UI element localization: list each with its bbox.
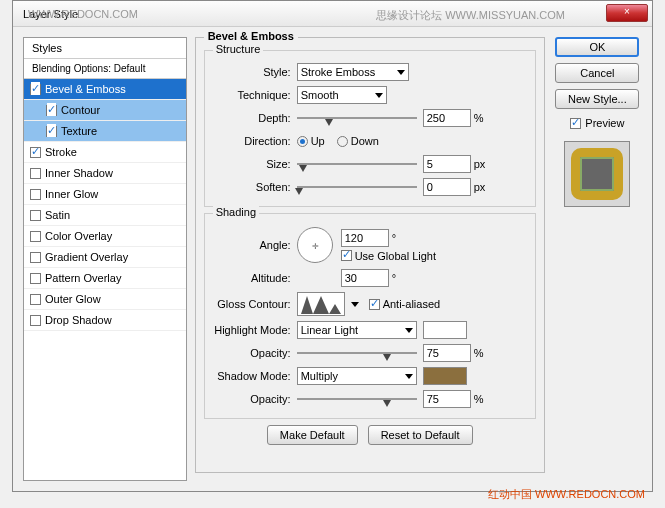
style-checkbox[interactable]: [30, 252, 41, 263]
style-item-gradient-overlay[interactable]: Gradient Overlay: [24, 247, 186, 268]
highlight-color-swatch[interactable]: [423, 321, 467, 339]
style-item-label: Inner Shadow: [45, 167, 113, 179]
style-item-pattern-overlay[interactable]: Pattern Overlay: [24, 268, 186, 289]
highlight-opacity-label: Opacity:: [211, 347, 297, 359]
style-item-label: Satin: [45, 209, 70, 221]
altitude-input[interactable]: 30: [341, 269, 389, 287]
ok-button[interactable]: OK: [555, 37, 639, 57]
style-checkbox[interactable]: [30, 273, 41, 284]
shadow-mode-combo[interactable]: Multiply: [297, 367, 417, 385]
style-checkbox[interactable]: [46, 126, 57, 137]
angle-input[interactable]: 120: [341, 229, 389, 247]
style-checkbox[interactable]: [30, 168, 41, 179]
style-label: Style:: [211, 66, 297, 78]
preview-checkbox[interactable]: [570, 118, 581, 129]
structure-legend: Structure: [213, 43, 264, 55]
watermark-bottom: 红动中国 WWW.REDOCN.COM: [488, 487, 645, 502]
soften-label: Soften:: [211, 181, 297, 193]
watermark-top-right: 思缘设计论坛 WWW.MISSYUAN.COM: [376, 8, 565, 23]
style-item-label: Texture: [61, 125, 97, 137]
chevron-down-icon: [405, 328, 413, 333]
blending-options[interactable]: Blending Options: Default: [24, 59, 186, 79]
style-item-contour[interactable]: Contour: [24, 100, 186, 121]
shadow-color-swatch[interactable]: [423, 367, 467, 385]
style-checkbox[interactable]: [30, 84, 41, 95]
direction-up-radio[interactable]: [297, 136, 308, 147]
style-item-bevel-emboss[interactable]: Bevel & Emboss: [24, 79, 186, 100]
styles-header[interactable]: Styles: [24, 38, 186, 59]
style-item-label: Inner Glow: [45, 188, 98, 200]
new-style-button[interactable]: New Style...: [555, 89, 639, 109]
size-input[interactable]: 5: [423, 155, 471, 173]
size-label: Size:: [211, 158, 297, 170]
altitude-label: Altitude:: [211, 272, 297, 284]
style-checkbox[interactable]: [30, 210, 41, 221]
shading-legend: Shading: [213, 206, 259, 218]
direction-down-radio[interactable]: [337, 136, 348, 147]
style-item-satin[interactable]: Satin: [24, 205, 186, 226]
shadow-opacity-slider[interactable]: [297, 392, 417, 406]
layer-style-dialog: Layer Style × Styles Blending Options: D…: [12, 0, 653, 492]
shadow-mode-label: Shadow Mode:: [211, 370, 297, 382]
make-default-button[interactable]: Make Default: [267, 425, 358, 445]
chevron-down-icon: [375, 93, 383, 98]
style-item-inner-shadow[interactable]: Inner Shadow: [24, 163, 186, 184]
settings-panel: Bevel & Emboss Structure Style: Stroke E…: [195, 37, 545, 481]
style-item-label: Pattern Overlay: [45, 272, 121, 284]
highlight-mode-combo[interactable]: Linear Light: [297, 321, 417, 339]
depth-input[interactable]: 250: [423, 109, 471, 127]
gloss-contour-label: Gloss Contour:: [211, 298, 297, 310]
depth-label: Depth:: [211, 112, 297, 124]
style-item-label: Contour: [61, 104, 100, 116]
global-light-checkbox[interactable]: [341, 250, 352, 261]
cancel-button[interactable]: Cancel: [555, 63, 639, 83]
angle-wheel[interactable]: ✛: [297, 227, 333, 263]
gloss-contour-picker[interactable]: [297, 292, 345, 316]
style-item-inner-glow[interactable]: Inner Glow: [24, 184, 186, 205]
style-item-label: Outer Glow: [45, 293, 101, 305]
angle-label: Angle:: [211, 239, 297, 251]
soften-slider[interactable]: [297, 180, 417, 194]
close-button[interactable]: ×: [606, 4, 648, 22]
style-item-label: Bevel & Emboss: [45, 83, 126, 95]
style-item-label: Stroke: [45, 146, 77, 158]
antialiased-checkbox[interactable]: [369, 299, 380, 310]
style-item-texture[interactable]: Texture: [24, 121, 186, 142]
highlight-opacity-slider[interactable]: [297, 346, 417, 360]
technique-combo[interactable]: Smooth: [297, 86, 387, 104]
style-checkbox[interactable]: [30, 315, 41, 326]
style-combo[interactable]: Stroke Emboss: [297, 63, 409, 81]
chevron-down-icon[interactable]: [351, 302, 359, 307]
style-checkbox[interactable]: [30, 294, 41, 305]
depth-slider[interactable]: [297, 111, 417, 125]
highlight-mode-label: Highlight Mode:: [211, 324, 297, 336]
shadow-opacity-input[interactable]: 75: [423, 390, 471, 408]
shadow-opacity-label: Opacity:: [211, 393, 297, 405]
watermark-top-left: WWW.REDOCN.COM: [28, 8, 138, 20]
soften-input[interactable]: 0: [423, 178, 471, 196]
preview-thumbnail: [564, 141, 630, 207]
right-buttons: OK Cancel New Style... Preview: [553, 37, 642, 481]
technique-label: Technique:: [211, 89, 297, 101]
style-item-label: Color Overlay: [45, 230, 112, 242]
chevron-down-icon: [405, 374, 413, 379]
style-checkbox[interactable]: [30, 147, 41, 158]
style-item-outer-glow[interactable]: Outer Glow: [24, 289, 186, 310]
styles-list: Styles Blending Options: Default Bevel &…: [23, 37, 187, 481]
style-item-color-overlay[interactable]: Color Overlay: [24, 226, 186, 247]
chevron-down-icon: [397, 70, 405, 75]
highlight-opacity-input[interactable]: 75: [423, 344, 471, 362]
style-item-label: Gradient Overlay: [45, 251, 128, 263]
size-slider[interactable]: [297, 157, 417, 171]
style-item-label: Drop Shadow: [45, 314, 112, 326]
reset-default-button[interactable]: Reset to Default: [368, 425, 473, 445]
style-checkbox[interactable]: [46, 105, 57, 116]
style-checkbox[interactable]: [30, 189, 41, 200]
style-item-stroke[interactable]: Stroke: [24, 142, 186, 163]
direction-label: Direction:: [211, 135, 297, 147]
style-item-drop-shadow[interactable]: Drop Shadow: [24, 310, 186, 331]
panel-title: Bevel & Emboss: [204, 30, 298, 42]
style-checkbox[interactable]: [30, 231, 41, 242]
